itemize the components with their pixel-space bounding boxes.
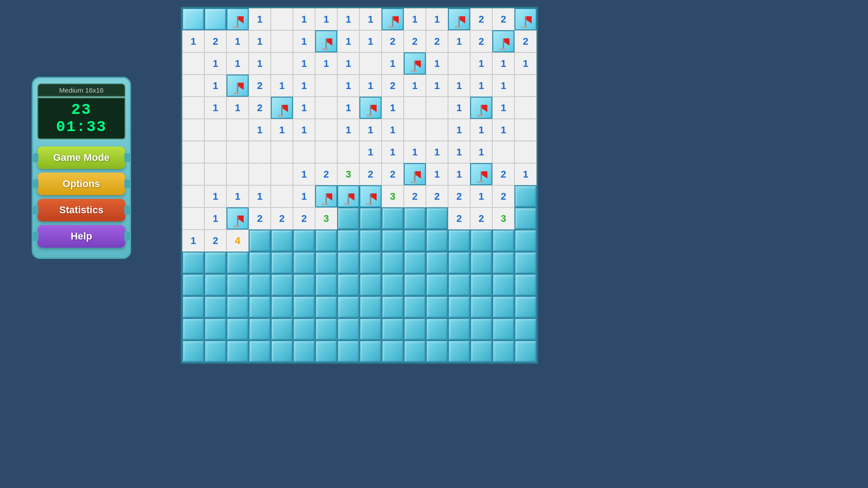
grid-cell[interactable]: 2 [448,207,470,230]
grid-cell[interactable] [470,97,492,119]
grid-cell[interactable] [492,252,514,274]
grid-cell[interactable] [426,340,448,362]
grid-cell[interactable] [271,163,293,185]
grid-cell[interactable]: 1 [293,52,315,75]
grid-cell[interactable] [204,119,226,141]
grid-cell[interactable] [226,75,249,97]
grid-cell[interactable] [448,230,470,252]
grid-cell[interactable] [204,252,226,274]
grid-cell[interactable] [315,97,337,119]
grid-cell[interactable] [359,274,382,296]
grid-cell[interactable] [359,230,382,252]
grid-cell[interactable] [448,8,470,30]
grid-cell[interactable]: 2 [382,163,404,185]
grid-cell[interactable] [404,163,426,185]
grid-cell[interactable]: 1 [226,30,249,52]
grid-cell[interactable]: 1 [204,97,226,119]
grid-cell[interactable] [226,318,249,340]
grid-cell[interactable] [492,230,514,252]
grid-cell[interactable] [249,274,271,296]
grid-cell[interactable] [470,296,492,318]
grid-cell[interactable]: 2 [426,185,448,207]
grid-cell[interactable]: 1 [470,185,492,207]
grid-cell[interactable]: 1 [426,8,448,30]
grid-cell[interactable]: 4 [226,230,249,252]
statistics-button[interactable]: Statistics [38,199,125,221]
grid-cell[interactable]: 1 [426,52,448,75]
grid-cell[interactable] [470,340,492,362]
grid-cell[interactable] [182,274,204,296]
grid-cell[interactable] [426,97,448,119]
grid-cell[interactable]: 2 [470,8,492,30]
grid-cell[interactable]: 2 [492,185,514,207]
grid-cell[interactable] [426,119,448,141]
grid-cell[interactable] [182,141,204,163]
grid-cell[interactable]: 1 [271,119,293,141]
grid-cell[interactable] [404,252,426,274]
grid-cell[interactable] [426,318,448,340]
grid-cell[interactable]: 2 [514,30,537,52]
grid-cell[interactable]: 1 [204,52,226,75]
grid-cell[interactable] [249,296,271,318]
grid-cell[interactable] [182,97,204,119]
grid-cell[interactable]: 1 [337,97,359,119]
grid-cell[interactable] [293,141,315,163]
grid-cell[interactable] [315,30,337,52]
grid-cell[interactable] [426,274,448,296]
grid-cell[interactable]: 1 [337,52,359,75]
grid-cell[interactable] [426,252,448,274]
grid-cell[interactable]: 1 [404,8,426,30]
grid-cell[interactable]: 1 [249,52,271,75]
grid-cell[interactable]: 1 [470,52,492,75]
grid-cell[interactable] [404,207,426,230]
grid-cell[interactable]: 2 [382,30,404,52]
grid-cell[interactable]: 1 [249,8,271,30]
grid-cell[interactable] [514,8,537,30]
grid-cell[interactable]: 1 [293,185,315,207]
grid-cell[interactable] [448,318,470,340]
grid-cell[interactable] [426,207,448,230]
grid-cell[interactable] [470,274,492,296]
grid-cell[interactable] [492,296,514,318]
grid-cell[interactable]: 1 [293,97,315,119]
grid-cell[interactable] [204,296,226,318]
grid-cell[interactable] [404,230,426,252]
grid-cell[interactable] [404,52,426,75]
grid-cell[interactable] [514,97,537,119]
grid-cell[interactable] [249,230,271,252]
grid-cell[interactable] [182,75,204,97]
grid-cell[interactable] [315,274,337,296]
grid-cell[interactable] [514,141,537,163]
grid-cell[interactable]: 1 [315,52,337,75]
grid-cell[interactable]: 1 [182,230,204,252]
grid-cell[interactable] [315,119,337,141]
grid-cell[interactable] [204,318,226,340]
grid-cell[interactable]: 2 [204,230,226,252]
grid-cell[interactable]: 1 [448,97,470,119]
grid-cell[interactable] [359,252,382,274]
grid-cell[interactable]: 2 [404,185,426,207]
grid-cell[interactable] [337,318,359,340]
grid-cell[interactable] [382,340,404,362]
grid-cell[interactable] [359,340,382,362]
game-mode-button[interactable]: Game Mode [38,146,125,169]
grid-cell[interactable]: 2 [249,207,271,230]
grid-cell[interactable]: 3 [315,207,337,230]
grid-cell[interactable]: 1 [448,163,470,185]
grid-cell[interactable] [492,318,514,340]
grid-cell[interactable]: 2 [470,207,492,230]
grid-cell[interactable] [382,230,404,252]
grid-cell[interactable]: 3 [382,185,404,207]
grid-cell[interactable]: 1 [337,75,359,97]
grid-cell[interactable] [492,274,514,296]
grid-cell[interactable]: 1 [426,141,448,163]
grid-cell[interactable]: 3 [492,207,514,230]
grid-cell[interactable]: 2 [404,30,426,52]
grid-cell[interactable] [337,252,359,274]
grid-cell[interactable] [204,274,226,296]
options-button[interactable]: Options [38,173,125,195]
grid-cell[interactable]: 1 [337,119,359,141]
grid-cell[interactable]: 2 [470,30,492,52]
grid-cell[interactable] [315,185,337,207]
grid-cell[interactable] [182,119,204,141]
